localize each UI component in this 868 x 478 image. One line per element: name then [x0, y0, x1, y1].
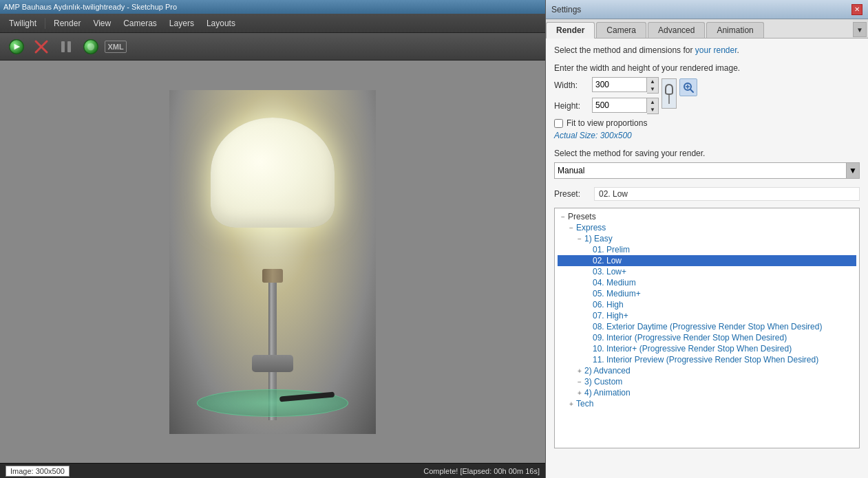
expand-01-prelim [584, 246, 592, 254]
height-down-button[interactable]: ▼ [647, 106, 658, 113]
tree-item-tech[interactable]: + Tech [558, 398, 856, 409]
tree-item-presets[interactable]: − Presets [558, 211, 856, 222]
app-title: AMP Bauhaus Aydınlık-twilightready - Ske… [3, 3, 177, 11]
tree-label-1-easy: 1) Easy [584, 234, 613, 243]
width-up-button[interactable]: ▲ [647, 78, 658, 85]
tree-item-3-custom[interactable]: − 3) Custom [558, 376, 856, 387]
svg-point-6 [87, 43, 94, 50]
expand-express[interactable]: − [567, 224, 575, 232]
tab-camera[interactable]: Camera [596, 22, 646, 38]
height-spin: ▲ ▼ [647, 98, 659, 114]
expand-4-animation[interactable]: + [575, 389, 584, 397]
height-label: Height: [554, 101, 592, 111]
tree-label-2-advanced: 2) Advanced [584, 366, 631, 376]
pause-button[interactable] [55, 36, 77, 58]
menu-twilight[interactable]: Twilight [3, 17, 42, 30]
expand-11-interiorpreview [584, 356, 592, 364]
tree-item-08-exterior[interactable]: 08. Exterior Daytime (Progressive Render… [558, 321, 856, 332]
tabs-dropdown-button[interactable]: ▼ [853, 22, 867, 37]
expand-1-easy[interactable]: − [575, 235, 584, 243]
expand-2-advanced[interactable]: + [575, 367, 584, 375]
expand-presets[interactable]: − [559, 213, 567, 221]
width-spin: ▲ ▼ [647, 77, 659, 94]
width-down-button[interactable]: ▼ [647, 85, 658, 93]
fit-checkbox-row: Fit to view proportions [554, 118, 860, 128]
tree-item-01-prelim[interactable]: 01. Prelim [558, 244, 856, 255]
pause-icon [58, 39, 74, 55]
tree-item-03-lowplus[interactable]: 03. Low+ [558, 266, 856, 277]
expand-tech[interactable]: + [567, 400, 575, 408]
tree-label-04-medium: 04. Medium [593, 278, 636, 287]
tree-label-4-animation: 4) Animation [584, 388, 631, 398]
tree-item-express[interactable]: − Express [558, 222, 856, 233]
tree-label-07-highplus: 07. High+ [593, 311, 628, 321]
tab-render[interactable]: Render [546, 22, 595, 39]
tabs-dropdown-icon: ▼ [856, 26, 863, 34]
tree-item-10-interiorplus[interactable]: 10. Interior+ (Progressive Render Stop W… [558, 343, 856, 354]
tab-animation[interactable]: Animation [706, 22, 763, 38]
settings-title: Settings [551, 5, 581, 14]
expand-07-highplus [584, 312, 592, 320]
expand-09-interior [584, 334, 592, 342]
tree-label-tech: Tech [576, 399, 593, 409]
expand-3-custom[interactable]: − [575, 378, 584, 386]
elapsed-time: Complete! [Elapsed: 00h 00m 16s] [423, 467, 540, 475]
expand-10-interiorplus [584, 345, 592, 353]
tree-item-04-medium[interactable]: 04. Medium [558, 277, 856, 288]
expand-06-high [584, 301, 592, 309]
settings-content: Select the method and dimensions for you… [546, 39, 868, 478]
xml-icon: XML [105, 41, 126, 53]
render-area [0, 61, 545, 463]
tree-label-08-exterior: 08. Exterior Daytime (Progressive Render… [593, 322, 822, 332]
save-method-dropdown: Manual Auto ▼ [554, 162, 860, 179]
preset-row: Preset: 02. Low [554, 187, 860, 201]
expand-02-low [584, 257, 592, 265]
tree-item-06-high[interactable]: 06. High [558, 299, 856, 310]
menu-view[interactable]: View [87, 17, 116, 30]
lamp-base-top [252, 355, 293, 372]
menu-bar: Twilight Render View Cameras Layers Layo… [0, 14, 545, 33]
save-method-select[interactable]: Manual Auto [554, 162, 860, 179]
link-dimensions-button[interactable] [661, 78, 677, 109]
menu-layouts[interactable]: Layouts [201, 17, 241, 30]
tree-item-4-animation[interactable]: + 4) Animation [558, 387, 856, 398]
stop-icon [33, 39, 50, 55]
tree-item-11-interiorpreview[interactable]: 11. Interior Preview (Progressive Render… [558, 354, 856, 365]
tree-item-2-advanced[interactable]: + 2) Advanced [558, 365, 856, 376]
save-method-label: Select the method for saving your render… [554, 149, 860, 158]
tab-advanced[interactable]: Advanced [648, 22, 705, 38]
stop-button[interactable] [30, 36, 52, 58]
lamp-neck [262, 269, 283, 283]
tree-item-1-easy[interactable]: − 1) Easy [558, 233, 856, 244]
tree-item-09-interior[interactable]: 09. Interior (Progressive Render Stop Wh… [558, 332, 856, 343]
menu-render[interactable]: Render [48, 17, 86, 30]
tree-label-presets: Presets [568, 212, 596, 221]
tree-label-11-interiorpreview: 11. Interior Preview (Progressive Render… [593, 355, 818, 365]
tree-label-10-interiorplus: 10. Interior+ (Progressive Render Stop W… [593, 344, 792, 354]
tree-item-07-highplus[interactable]: 07. High+ [558, 310, 856, 321]
menu-cameras[interactable]: Cameras [118, 17, 162, 30]
settings-titlebar: Settings ✕ [546, 0, 868, 19]
menu-layers[interactable]: Layers [164, 17, 200, 30]
fit-label[interactable]: Fit to view proportions [567, 118, 647, 128]
tree-item-05-mediumplus[interactable]: 05. Medium+ [558, 288, 856, 299]
tree-item-02-low[interactable]: 02. Low [558, 255, 856, 266]
settings-close-button[interactable]: ✕ [851, 4, 862, 15]
render-icon [8, 39, 25, 55]
tree-label-06-high: 06. High [593, 300, 624, 309]
menu-sep-1 [45, 18, 45, 29]
xml-button[interactable]: XML [105, 36, 127, 58]
height-up-button[interactable]: ▲ [647, 98, 658, 106]
resume-button[interactable] [80, 36, 102, 58]
height-input[interactable] [592, 98, 647, 113]
width-input-group: ▲ ▼ [592, 77, 659, 94]
zoom-button[interactable] [679, 78, 697, 96]
presets-tree: − Presets − Express − 1) Easy 01. Prelim [554, 208, 860, 448]
render-button[interactable] [6, 36, 28, 58]
lamp-shade [211, 118, 335, 228]
fit-checkbox[interactable] [554, 119, 563, 128]
width-input[interactable] [592, 77, 647, 92]
resume-icon [83, 39, 99, 55]
tree-label-01-prelim: 01. Prelim [593, 245, 630, 254]
expand-08-exterior [584, 323, 592, 331]
